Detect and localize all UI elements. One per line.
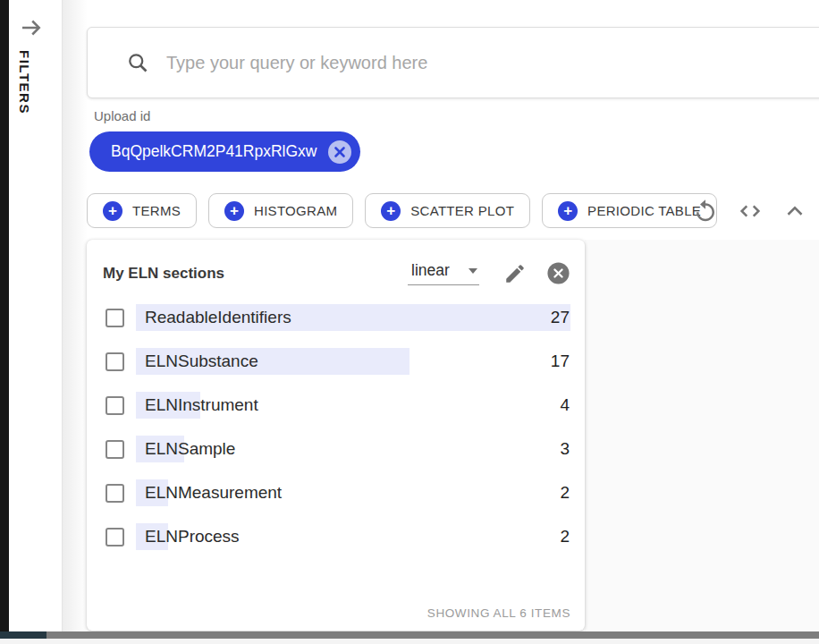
checkbox[interactable] bbox=[106, 484, 124, 503]
plus-icon: + bbox=[103, 201, 122, 221]
refresh-icon[interactable] bbox=[692, 198, 719, 225]
expand-arrow-icon[interactable] bbox=[18, 14, 45, 41]
search-bar bbox=[87, 27, 819, 98]
button-label: SCATTER PLOT bbox=[410, 203, 514, 218]
checkbox[interactable] bbox=[106, 396, 124, 415]
chevron-down-icon bbox=[469, 268, 477, 274]
item-count: 27 bbox=[551, 303, 570, 332]
scrollbar-corner bbox=[0, 631, 46, 639]
item-label: ELNInstrument bbox=[136, 395, 258, 414]
chip-group-label: Upload id bbox=[94, 108, 150, 123]
main-panel: Upload id BqQpelkCRM2P41RpxRlGxw + TERMS… bbox=[63, 0, 819, 631]
scale-select[interactable]: linear bbox=[408, 261, 479, 285]
add-histogram-button[interactable]: + HISTOGRAM bbox=[208, 193, 353, 228]
list-item[interactable]: ELNInstrument 4 bbox=[106, 391, 570, 419]
terms-list: ReadableIdentifiers 27 ELNSubstance 17 bbox=[87, 285, 585, 566]
collapse-chevron-icon[interactable] bbox=[781, 198, 808, 225]
list-item[interactable]: ELNSample 3 bbox=[106, 435, 570, 463]
code-icon[interactable] bbox=[737, 198, 764, 225]
edit-pencil-icon[interactable] bbox=[503, 262, 527, 285]
button-label: HISTOGRAM bbox=[254, 203, 337, 218]
list-item[interactable]: ELNMeasurement 2 bbox=[106, 479, 570, 507]
checkbox[interactable] bbox=[106, 528, 124, 547]
upload-id-chip[interactable]: BqQpelkCRM2P41RpxRlGxw bbox=[89, 131, 360, 172]
items-summary: SHOWING ALL 6 ITEMS bbox=[87, 606, 585, 631]
card-header: My ELN sections linear bbox=[87, 240, 585, 285]
button-label: TERMS bbox=[132, 203, 181, 218]
checkbox[interactable] bbox=[106, 440, 124, 459]
item-count: 4 bbox=[560, 391, 570, 419]
item-label: ELNSubstance bbox=[136, 352, 258, 370]
chip-value: BqQpelkCRM2P41RpxRlGxw bbox=[111, 142, 317, 161]
item-count: 3 bbox=[560, 435, 570, 463]
item-label: ELNSample bbox=[136, 439, 235, 458]
plus-icon: + bbox=[558, 201, 578, 221]
panel-shadow bbox=[63, 0, 88, 631]
add-periodic-table-button[interactable]: + PERIODIC TABLE bbox=[542, 193, 717, 228]
filters-panel: FILTERS Upload id BqQpelkCRM2P41RpxRlGxw bbox=[0, 0, 819, 644]
button-label: PERIODIC TABLE bbox=[587, 203, 701, 218]
scale-value: linear bbox=[411, 261, 450, 280]
item-label: ELNMeasurement bbox=[136, 483, 282, 502]
horizontal-scrollbar[interactable] bbox=[0, 631, 819, 639]
list-item[interactable]: ELNSubstance 17 bbox=[106, 347, 570, 376]
item-count: 2 bbox=[560, 522, 570, 551]
results-background bbox=[585, 240, 819, 631]
add-terms-button[interactable]: + TERMS bbox=[87, 193, 197, 228]
filters-sidebar: FILTERS bbox=[9, 0, 63, 631]
close-circle-icon[interactable] bbox=[546, 261, 570, 285]
item-label: ReadableIdentifiers bbox=[136, 308, 291, 326]
checkbox[interactable] bbox=[106, 309, 124, 327]
list-item[interactable]: ELNProcess 2 bbox=[106, 522, 570, 551]
list-item[interactable]: ReadableIdentifiers 27 bbox=[106, 303, 570, 332]
filters-label: FILTERS bbox=[17, 50, 32, 114]
search-input[interactable] bbox=[166, 53, 819, 73]
plus-icon: + bbox=[381, 201, 401, 221]
card-title: My ELN sections bbox=[103, 265, 224, 283]
eln-sections-card: My ELN sections linear bbox=[87, 240, 585, 631]
widget-toolbar: + TERMS + HISTOGRAM + SCATTER PLOT + PER… bbox=[87, 193, 717, 228]
plus-icon: + bbox=[224, 201, 244, 221]
chip-delete-icon[interactable] bbox=[327, 140, 352, 165]
checkbox[interactable] bbox=[106, 352, 124, 371]
item-count: 2 bbox=[560, 479, 570, 507]
search-icon bbox=[126, 51, 150, 75]
window-edge-strip bbox=[0, 0, 9, 631]
add-scatter-plot-button[interactable]: + SCATTER PLOT bbox=[365, 193, 530, 228]
item-label: ELNProcess bbox=[136, 527, 240, 546]
item-count: 17 bbox=[551, 347, 570, 376]
scrollbar-track-end bbox=[0, 639, 819, 644]
